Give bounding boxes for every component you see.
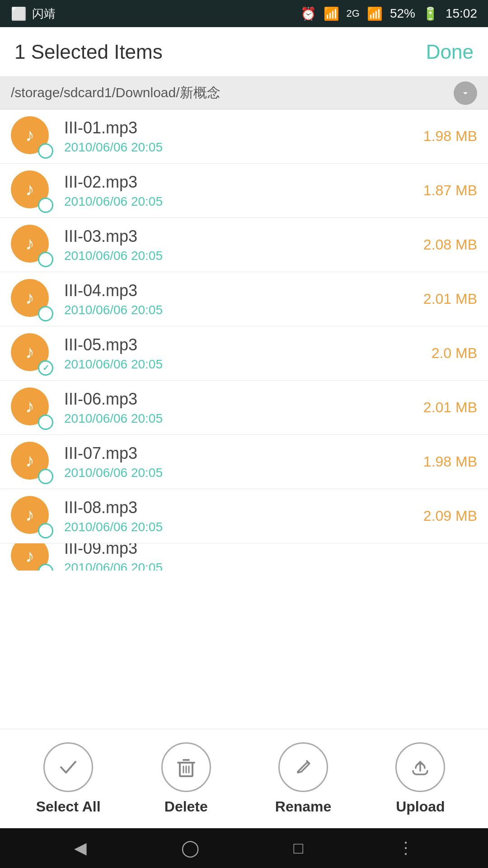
rename-label: Rename <box>275 798 332 815</box>
file-icon-wrapper: ♪ <box>11 387 52 428</box>
file-name: III-01.mp3 <box>64 118 423 137</box>
checkmark-icon: ✓ <box>42 363 49 373</box>
file-size: 1.87 MB <box>423 182 477 199</box>
signal-bars-icon: 📶 <box>367 6 383 21</box>
music-note-icon: ♪ <box>25 396 34 416</box>
recents-button[interactable]: □ <box>293 839 303 858</box>
file-name: III-07.mp3 <box>64 444 423 463</box>
file-info: III-04.mp3 2010/06/06 20:05 <box>64 281 423 317</box>
rename-button[interactable]: Rename <box>272 742 335 815</box>
file-date: 2010/06/06 20:05 <box>64 357 432 372</box>
done-button[interactable]: Done <box>426 41 474 63</box>
delete-icon-circle <box>161 742 211 792</box>
file-date: 2010/06/06 20:05 <box>64 520 423 534</box>
list-item[interactable]: ♪ ✓ III-05.mp3 2010/06/06 20:05 2.0 MB <box>0 326 488 381</box>
select-all-icon-circle <box>43 742 93 792</box>
music-note-icon: ♪ <box>25 546 34 566</box>
current-path: /storage/sdcard1/Download/新概念 <box>11 84 221 102</box>
file-list: ♪ III-01.mp3 2010/06/06 20:05 1.98 MB ♪ <box>0 109 488 729</box>
list-item[interactable]: ♪ III-02.mp3 2010/06/06 20:05 1.87 MB <box>0 164 488 218</box>
file-info: III-02.mp3 2010/06/06 20:05 <box>64 173 423 209</box>
file-icon-wrapper: ♪ <box>11 442 52 482</box>
file-icon-wrapper: ♪ <box>11 225 52 265</box>
selected-items-title: 1 Selected Items <box>14 41 163 63</box>
list-item[interactable]: ♪ III-03.mp3 2010/06/06 20:05 2.08 MB <box>0 218 488 272</box>
list-item[interactable]: ♪ III-01.mp3 2010/06/06 20:05 1.98 MB <box>0 109 488 164</box>
gallery-icon: ⬜ <box>11 6 27 21</box>
music-note-icon: ♪ <box>25 125 34 145</box>
back-button[interactable]: ◀ <box>74 839 87 858</box>
music-note-icon: ♪ <box>25 505 34 525</box>
path-bar: /storage/sdcard1/Download/新概念 <box>0 77 488 109</box>
file-date: 2010/06/06 20:05 <box>64 466 423 480</box>
list-item[interactable]: ♪ III-04.mp3 2010/06/06 20:05 2.01 MB <box>0 272 488 326</box>
file-size: 2.0 MB <box>432 345 477 362</box>
file-info: III-05.mp3 2010/06/06 20:05 <box>64 335 432 372</box>
file-icon-wrapper: ♪ <box>11 116 52 157</box>
file-icon-wrapper: ♪ <box>11 496 52 537</box>
battery-label: 52% <box>390 6 415 21</box>
selection-circle <box>38 143 53 159</box>
upload-icon-circle <box>395 742 445 792</box>
alarm-icon: ⏰ <box>300 6 316 21</box>
path-dropdown-button[interactable] <box>454 81 477 105</box>
select-all-button[interactable]: Select All <box>36 742 101 815</box>
file-name: III-03.mp3 <box>64 227 423 246</box>
selection-circle <box>38 306 53 321</box>
home-button[interactable]: ◯ <box>181 839 199 858</box>
file-info: III-07.mp3 2010/06/06 20:05 <box>64 444 423 480</box>
more-button[interactable]: ⋮ <box>398 839 414 858</box>
file-icon-wrapper: ♪ <box>11 543 52 571</box>
rename-icon-circle <box>278 742 328 792</box>
selection-circle <box>38 415 53 430</box>
file-name: III-08.mp3 <box>64 498 423 517</box>
status-bar: ⬜ 闪靖 ⏰ 📶 2G 📶 52% 🔋 15:02 <box>0 0 488 27</box>
file-info: III-08.mp3 2010/06/06 20:05 <box>64 498 423 534</box>
selection-circle: ✓ <box>38 360 53 376</box>
file-size: 1.98 MB <box>423 453 477 470</box>
music-note-icon: ♪ <box>25 450 34 471</box>
file-info: III-06.mp3 2010/06/06 20:05 <box>64 390 423 426</box>
selection-circle <box>38 469 53 484</box>
file-name: III-06.mp3 <box>64 390 423 409</box>
battery-icon: 🔋 <box>422 6 438 21</box>
file-info: III-09.mp3 2010/06/06 20:05 <box>64 543 477 571</box>
selection-circle <box>38 252 53 267</box>
bottom-toolbar: Select All Delete Rename <box>0 729 488 828</box>
file-date: 2010/06/06 20:05 <box>64 561 477 571</box>
music-note-icon: ♪ <box>25 179 34 199</box>
select-all-label: Select All <box>36 798 101 815</box>
file-icon-wrapper: ♪ <box>11 170 52 211</box>
file-size: 2.01 MB <box>423 291 477 307</box>
upload-label: Upload <box>396 798 445 815</box>
file-icon-wrapper: ♪ ✓ <box>11 333 52 374</box>
file-date: 2010/06/06 20:05 <box>64 249 423 263</box>
signal-label: 2G <box>347 8 360 19</box>
file-size: 2.08 MB <box>423 236 477 253</box>
music-note-icon: ♪ <box>25 342 34 362</box>
list-item[interactable]: ♪ III-07.mp3 2010/06/06 20:05 1.98 MB <box>0 435 488 489</box>
wifi-icon: 📶 <box>324 6 339 21</box>
delete-label: Delete <box>164 798 208 815</box>
file-date: 2010/06/06 20:05 <box>64 194 423 209</box>
list-item[interactable]: ♪ III-09.mp3 2010/06/06 20:05 <box>0 543 488 571</box>
music-note-icon: ♪ <box>25 233 34 254</box>
file-size: 2.01 MB <box>423 399 477 416</box>
app-name: 闪靖 <box>32 6 56 22</box>
file-name: III-02.mp3 <box>64 173 423 192</box>
delete-button[interactable]: Delete <box>155 742 218 815</box>
file-date: 2010/06/06 20:05 <box>64 303 423 317</box>
file-info: III-03.mp3 2010/06/06 20:05 <box>64 227 423 263</box>
list-item[interactable]: ♪ III-08.mp3 2010/06/06 20:05 2.09 MB <box>0 489 488 543</box>
time-label: 15:02 <box>446 6 477 21</box>
selection-circle <box>38 198 53 213</box>
file-date: 2010/06/06 20:05 <box>64 411 423 426</box>
file-icon-wrapper: ♪ <box>11 279 52 320</box>
file-size: 1.98 MB <box>423 128 477 145</box>
file-info: III-01.mp3 2010/06/06 20:05 <box>64 118 423 155</box>
music-note-icon: ♪ <box>25 288 34 308</box>
status-bar-left: ⬜ 闪靖 <box>11 6 56 22</box>
file-size: 2.09 MB <box>423 508 477 524</box>
upload-button[interactable]: Upload <box>389 742 452 815</box>
list-item[interactable]: ♪ III-06.mp3 2010/06/06 20:05 2.01 MB <box>0 381 488 435</box>
